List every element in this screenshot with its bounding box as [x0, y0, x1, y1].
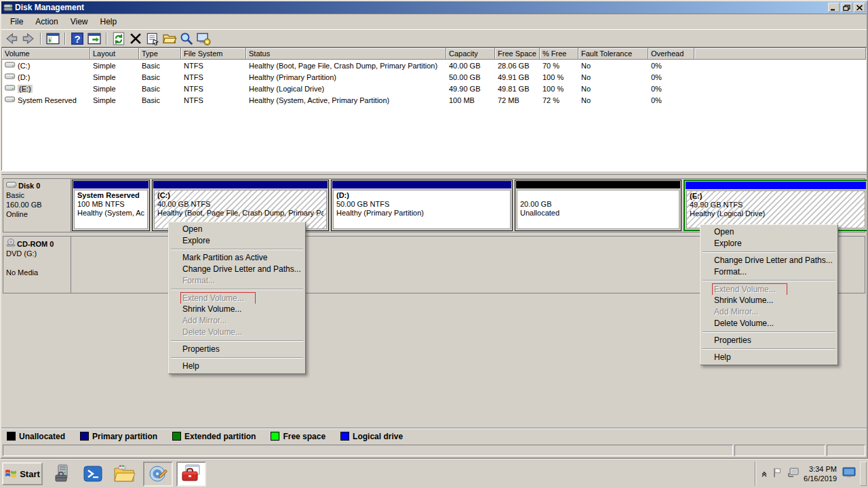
logical-drive-swatch [340, 432, 349, 441]
cdrom0-header[interactable]: CD-ROM 0 DVD (G:) No Media [3, 237, 71, 293]
show-console-tree-icon[interactable] [45, 32, 60, 45]
status-panel [3, 445, 733, 456]
delete-icon[interactable] [128, 32, 143, 45]
title-bar[interactable]: Disk Management [1, 1, 867, 14]
desktop-preview-icon[interactable] [842, 467, 856, 481]
menu-item-delete-volume[interactable]: Delete Volume... [701, 318, 837, 329]
powershell-icon[interactable] [81, 462, 105, 486]
menu-help[interactable]: Help [94, 15, 123, 28]
disk0-name: Disk 0 [18, 181, 40, 190]
annotation-red-box: Extend Volume... [180, 292, 256, 304]
menu-separator [171, 340, 303, 342]
table-row-c[interactable]: (C:) Simple Basic NTFS Healthy (Boot, Pa… [2, 60, 866, 71]
partition-detail: 20.00 GB [520, 200, 676, 209]
menu-item-explore[interactable]: Explore [701, 238, 837, 249]
legend-label: Extended partition [184, 432, 256, 441]
col-free-space[interactable]: Free Space [495, 48, 540, 60]
server-manager-icon[interactable] [51, 462, 75, 486]
cell-file-system: NTFS [181, 85, 246, 93]
partition-name: (C:) [157, 191, 323, 200]
menu-action[interactable]: Action [29, 15, 64, 28]
cell-layout: Simple [90, 62, 139, 70]
menu-item-properties[interactable]: Properties [170, 344, 304, 355]
find-icon[interactable] [179, 32, 194, 45]
taskbar-clock[interactable]: 3:34 PM 6/16/2019 [804, 464, 838, 483]
menu-item-shrink-volume[interactable]: Shrink Volume... [170, 304, 304, 315]
refresh-icon[interactable] [111, 32, 126, 45]
cell-fault-tolerance: No [578, 85, 648, 93]
partition-e[interactable]: (E:) 49.90 GB NTFS Healthy (Logical Driv… [684, 180, 867, 231]
disk0-header[interactable]: Disk 0 Basic 160.00 GB Online [3, 179, 71, 232]
menu-item-open[interactable]: Open [170, 224, 304, 235]
unallocated-swatch [7, 432, 16, 441]
menu-separator [171, 249, 303, 250]
col-type[interactable]: Type [139, 48, 181, 60]
menu-item-shrink-volume[interactable]: Shrink Volume... [701, 295, 837, 306]
toolbar-separator [40, 33, 41, 45]
show-desktop-button[interactable] [860, 462, 867, 486]
menu-item-add-mirror: Add Mirror... [170, 315, 304, 327]
legend-free-space: Free space [271, 432, 326, 441]
drive-icon [5, 61, 16, 70]
menu-item-mark-partition-active[interactable]: Mark Partition as Active [170, 252, 304, 264]
forward-icon[interactable] [21, 32, 36, 45]
chevron-up-icon[interactable] [760, 468, 768, 480]
col-fault-tolerance[interactable]: Fault Tolerance [578, 48, 648, 60]
cell-status: Healthy (Logical Drive) [246, 85, 446, 93]
properties-icon[interactable] [145, 32, 160, 45]
menu-item-change-drive-letter[interactable]: Change Drive Letter and Paths... [701, 255, 837, 266]
partition-system-reserved[interactable]: System Reserved 100 MB NTFS Healthy (Sys… [72, 180, 150, 231]
partition-d[interactable]: (D:) 50.00 GB NTFS Healthy (Primary Part… [331, 180, 513, 231]
desktop: Disk Management File Action View Help [0, 0, 868, 488]
col-status[interactable]: Status [246, 48, 446, 60]
col-capacity[interactable]: Capacity [446, 48, 495, 60]
cell-free-space: 72 MB [495, 96, 540, 104]
col-volume[interactable]: Volume [2, 48, 90, 60]
cdrom0-name: CD-ROM 0 [17, 239, 54, 249]
open-folder-icon[interactable] [162, 32, 177, 45]
flag-icon[interactable] [772, 467, 783, 481]
cell-capacity: 50.00 GB [446, 73, 495, 81]
start-label: Start [20, 469, 40, 479]
menu-item-explore[interactable]: Explore [170, 235, 304, 247]
show-action-pane-icon[interactable] [87, 32, 102, 45]
start-button[interactable]: Start [2, 462, 43, 485]
unallocated-space[interactable]: 20.00 GB Unallocated [515, 180, 682, 231]
col-overhead[interactable]: Overhead [648, 48, 694, 60]
minimize-button[interactable] [828, 3, 840, 12]
menu-item-help[interactable]: Help [701, 352, 837, 363]
cell-pct-free: 100 % [540, 85, 578, 93]
menu-file[interactable]: File [4, 15, 29, 28]
menu-item-help[interactable]: Help [170, 361, 304, 372]
restore-button[interactable] [841, 3, 852, 12]
table-row-d[interactable]: (D:) Simple Basic NTFS Healthy (Primary … [2, 71, 866, 83]
menu-item-format[interactable]: Format... [701, 266, 837, 278]
table-row-e[interactable]: (E:) Simple Basic NTFS Healthy (Logical … [2, 83, 866, 94]
annotation-red-box: Extend Volume... [712, 283, 787, 295]
cell-fault-tolerance: No [578, 62, 648, 70]
col-layout[interactable]: Layout [90, 48, 139, 60]
col-file-system[interactable]: File System [181, 48, 246, 60]
close-button[interactable] [854, 3, 865, 12]
network-icon[interactable] [787, 467, 800, 481]
menu-view[interactable]: View [64, 15, 94, 28]
disk-management-taskbar-button[interactable] [176, 462, 206, 487]
menu-item-change-drive-letter[interactable]: Change Drive Letter and Paths... [170, 264, 304, 275]
table-row-system-reserved[interactable]: System Reserved Simple Basic NTFS Health… [2, 94, 866, 106]
col-pct-free[interactable]: % Free [540, 48, 578, 60]
cell-free-space: 49.81 GB [495, 85, 540, 93]
menu-item-properties[interactable]: Properties [701, 335, 837, 346]
primary-partition-stripe [332, 181, 511, 188]
menu-separator [703, 251, 835, 253]
partition-status: Healthy (System, Active, Primary Partiti… [77, 209, 144, 218]
back-icon[interactable] [4, 32, 19, 45]
explorer-folder-icon[interactable] [112, 462, 136, 486]
manage-computer-icon[interactable] [196, 32, 211, 45]
legend-logical-drive: Logical drive [340, 432, 403, 441]
cell-fault-tolerance: No [578, 73, 648, 81]
cdrom0-media: No Media [6, 268, 68, 277]
help-icon[interactable]: ? [70, 32, 85, 45]
disk-tool-taskbar-button[interactable] [143, 462, 173, 487]
partition-detail: 100 MB NTFS [77, 200, 144, 209]
menu-item-open[interactable]: Open [701, 226, 837, 238]
